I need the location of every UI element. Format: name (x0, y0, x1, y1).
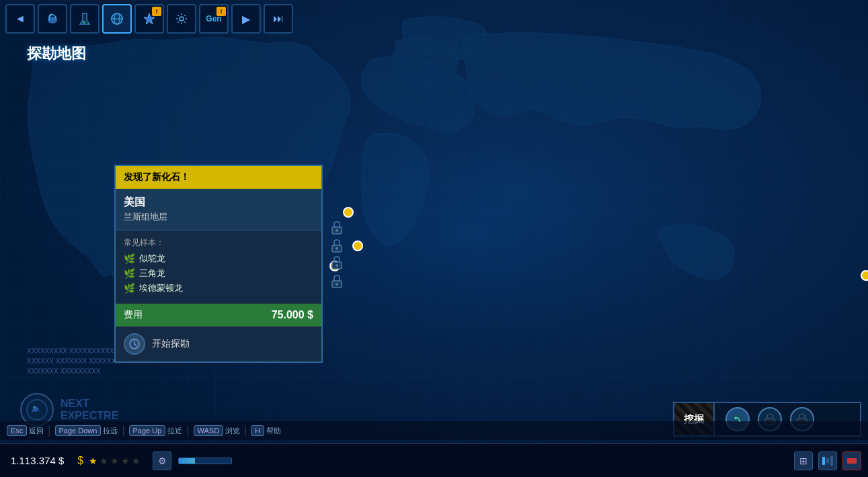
star-1: ★ (89, 456, 97, 466)
settings-area: ⚙ (146, 451, 178, 470)
svg-point-20 (735, 417, 737, 419)
rating-stars: ★ ★ ★ ★ ★ (83, 456, 146, 466)
location-name: 美国 (124, 196, 313, 210)
progress-bar-main (178, 458, 232, 464)
nav-globe-button[interactable] (102, 4, 132, 34)
key-label-wasd: 浏览 (225, 426, 240, 436)
map-marker-1[interactable] (343, 207, 354, 218)
nav-settings-button[interactable] (167, 4, 196, 34)
lock-marker-4[interactable] (331, 274, 343, 292)
key-pagedown: Page Down 拉远 (55, 425, 118, 436)
svg-point-2 (50, 15, 52, 17)
svg-point-16 (336, 283, 338, 286)
top-navigation: ◄ ! ! Gen ▶ (0, 0, 868, 38)
specimen-item-2: 🌿 三角龙 (124, 267, 313, 279)
lock-marker-3[interactable] (331, 255, 343, 273)
grid-icon[interactable]: ⊞ (794, 451, 813, 470)
keyboard-hints: Esc 返回 | Page Down 拉远 | Page Up 拉近 | WAS… (0, 421, 868, 440)
key-box-h: H (251, 425, 264, 436)
lock-marker-1[interactable] (331, 220, 343, 238)
svg-point-12 (336, 247, 338, 250)
nav-ff-button[interactable]: ⏭ (264, 4, 293, 34)
bottom-stats-bar: 1.113.374 $ $ ★ ★ ★ ★ ★ ⚙ ⊞ (0, 443, 868, 477)
progress-bar-fill (179, 458, 194, 464)
left-info-text: XXXXXXXXX XXXXXXXXXX XXXXXX XXXXXXX XXXX… (27, 346, 120, 376)
progress-bar-area (178, 458, 232, 464)
specimen-name-2: 三角龙 (139, 267, 165, 279)
star-5: ★ (132, 456, 141, 466)
leaf-icon-1: 🌿 (124, 253, 135, 264)
star-2: ★ (100, 456, 108, 466)
nav-expedition-button[interactable]: ! (134, 4, 164, 34)
bar-icon[interactable] (818, 451, 837, 470)
sep-3: | (186, 425, 189, 437)
sep-1: | (48, 425, 50, 437)
svg-point-3 (83, 21, 85, 24)
location-sub: 兰斯组地层 (124, 211, 313, 223)
settings-icon[interactable]: ⚙ (153, 451, 171, 470)
panel-specimens: 常见样本： 🌿 似鸵龙 🌿 三角龙 🌿 埃德蒙顿龙 (116, 230, 321, 304)
specimen-name-3: 埃德蒙顿龙 (139, 282, 183, 294)
cost-label: 费用 (124, 309, 143, 321)
map-marker-2[interactable] (352, 241, 363, 251)
panel-cost: 费用 75.000 $ (116, 304, 321, 327)
key-box-pageup: Page Up (129, 425, 166, 436)
key-pageup: Page Up 拉近 (129, 425, 183, 436)
nav-lab-button[interactable] (70, 4, 100, 34)
start-expedition-button[interactable]: 开始探勘 (152, 338, 190, 350)
info-line-1: XXXXXXXXX XXXXXXXXXX (27, 346, 120, 356)
svg-point-14 (336, 264, 338, 267)
info-panel: 发现了新化石！ 美国 兰斯组地层 常见样本： 🌿 似鸵龙 🌿 三角龙 🌿 埃德蒙… (114, 165, 323, 363)
cost-value: 75.000 $ (272, 309, 313, 321)
svg-point-18 (33, 406, 36, 408)
leaf-icon-2: 🌿 (124, 268, 135, 279)
svg-point-7 (180, 17, 184, 21)
key-box-wasd: WASD (194, 425, 224, 436)
nav-play-button[interactable]: ▶ (231, 4, 261, 34)
nav-dino-button[interactable] (38, 4, 67, 34)
specimen-item-1: 🌿 似鸵龙 (124, 253, 313, 265)
key-label-h: 帮助 (266, 426, 281, 436)
panel-header: 发现了新化石！ (116, 166, 321, 189)
key-box-esc: Esc (7, 425, 27, 436)
action-icon (124, 333, 145, 355)
logo-text: NEXTEXPECTRE (61, 398, 118, 421)
sep-2: | (122, 425, 124, 437)
key-label-esc: 返回 (29, 426, 44, 436)
nav-back-button[interactable]: ◄ (5, 4, 35, 34)
page-title: 探勘地图 (27, 44, 86, 64)
key-label-pageup: 拉近 (167, 426, 182, 436)
panel-action[interactable]: 开始探勘 (116, 327, 321, 361)
star-4: ★ (121, 456, 130, 466)
key-label-pagedown: 拉远 (103, 426, 118, 436)
svg-point-10 (336, 229, 338, 232)
key-esc: Esc 返回 (7, 425, 44, 436)
star-3: ★ (110, 456, 119, 466)
key-wasd: WASD 浏览 (194, 425, 241, 436)
info-line-2: XXXXXX XXXXXXX XXXXXXX (27, 356, 120, 366)
panel-location: 美国 兰斯组地层 (116, 189, 321, 230)
money-icon: $ (77, 455, 83, 467)
leaf-icon-3: 🌿 (124, 283, 135, 294)
key-box-pagedown: Page Down (55, 425, 102, 436)
bottom-right-icons: ⊞ (787, 451, 868, 470)
map-marker-4[interactable] (861, 270, 868, 281)
money-display: 1.113.374 $ (0, 455, 75, 466)
specimen-item-3: 🌿 埃德蒙顿龙 (124, 282, 313, 294)
specimen-name-1: 似鸵龙 (139, 253, 165, 265)
red-icon[interactable] (842, 451, 861, 470)
nav-gen-button[interactable]: ! Gen (199, 4, 229, 34)
lock-marker-2[interactable] (331, 238, 343, 256)
sep-4: | (244, 425, 247, 437)
info-line-3: XXXXXXX XXXXXXXXX (27, 366, 120, 376)
specimens-label: 常见样本： (124, 237, 313, 249)
key-h: H 帮助 (251, 425, 281, 436)
